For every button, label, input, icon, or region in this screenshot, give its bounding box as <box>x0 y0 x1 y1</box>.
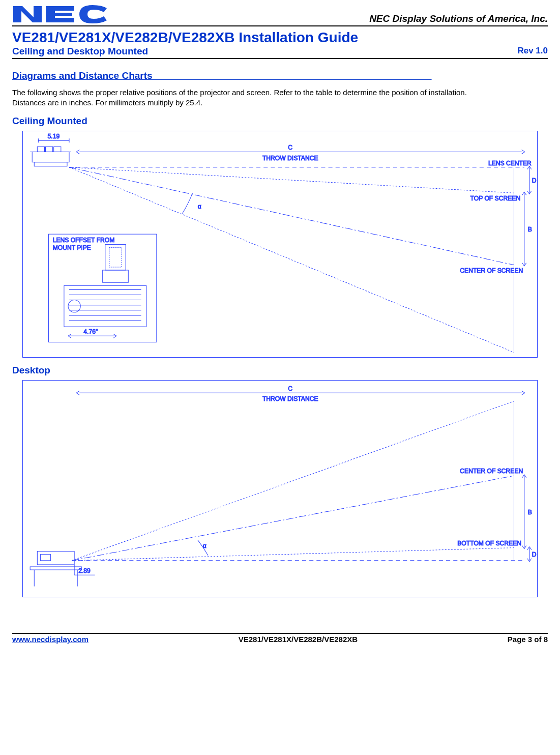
alpha-label-desktop: α <box>203 542 207 549</box>
svg-line-11 <box>69 167 514 193</box>
svg-rect-3 <box>37 147 44 152</box>
doc-subtitle: Ceiling and Desktop Mounted <box>12 46 148 57</box>
dim-c: C <box>288 144 292 151</box>
dim-d-desktop: D <box>532 551 537 558</box>
ceiling-diagram: 5.19 C THROW DISTANCE LENS CENTER <box>22 131 538 358</box>
throw-distance-label-desktop: THROW DISTANCE <box>262 396 318 403</box>
doc-title: VE281/VE281X/VE282B/VE282XB Installation… <box>12 30 548 46</box>
top-of-screen-label: TOP OF SCREEN <box>470 195 521 202</box>
desktop-diagram: C THROW DISTANCE α B <box>22 380 538 597</box>
alpha-label: α <box>198 202 201 210</box>
svg-rect-6 <box>32 152 69 162</box>
company-name: NEC Display Solutions of America, Inc. <box>369 13 548 24</box>
dim-2-89: 2.89 <box>78 567 91 574</box>
intro-text-2: Distances are in inches. For millimeters… <box>12 98 548 108</box>
nec-logo <box>12 4 109 24</box>
doc-revision: Rev 1.0 <box>517 46 548 57</box>
svg-rect-39 <box>37 551 74 565</box>
lens-center-label: LENS CENTER <box>488 159 532 166</box>
dim-5-19: 5.19 <box>48 133 60 140</box>
svg-rect-40 <box>40 555 50 561</box>
throw-distance-label: THROW DISTANCE <box>262 154 318 161</box>
dim-d: D <box>532 177 537 184</box>
ceiling-heading: Ceiling Mounted <box>12 115 548 127</box>
center-of-screen-desktop: CENTER OF SCREEN <box>460 468 523 475</box>
intro-text-1: The following shows the proper relative … <box>12 88 548 98</box>
footer-model: VE281/VE281X/VE282B/VE282XB <box>239 635 358 644</box>
svg-rect-7 <box>34 162 67 166</box>
svg-line-13 <box>69 167 514 352</box>
bottom-of-screen-desktop: BOTTOM OF SCREEN <box>457 540 521 547</box>
desktop-heading: Desktop <box>12 365 548 376</box>
footer-url[interactable]: www.necdisplay.com <box>12 635 89 644</box>
svg-rect-4 <box>45 147 52 152</box>
svg-line-33 <box>72 476 514 561</box>
header-row: NEC Display Solutions of America, Inc. <box>12 4 548 26</box>
page-footer: www.necdisplay.com VE281/VE281X/VE282B/V… <box>12 633 548 644</box>
dim-c-desktop: C <box>288 386 292 393</box>
svg-rect-18 <box>105 244 126 270</box>
inset-title-1: LENS OFFSET FROM <box>53 237 115 244</box>
svg-line-34 <box>72 548 514 561</box>
center-of-screen-label: CENTER OF SCREEN <box>460 267 523 274</box>
inset-title-2: MOUNT PIPE <box>53 244 91 251</box>
inset-dim: 4.76" <box>83 328 98 335</box>
svg-line-12 <box>69 167 514 265</box>
svg-rect-20 <box>103 270 129 282</box>
section-heading: Diagrams and Distance Charts <box>12 70 548 81</box>
svg-rect-5 <box>54 147 61 152</box>
svg-rect-19 <box>109 247 122 267</box>
svg-rect-41 <box>30 567 81 570</box>
dim-b-desktop: B <box>528 509 532 516</box>
subtitle-row: Ceiling and Desktop Mounted Rev 1.0 <box>12 46 548 59</box>
dim-b: B <box>528 226 532 233</box>
svg-line-32 <box>72 401 514 561</box>
footer-page: Page 3 of 8 <box>508 635 548 644</box>
